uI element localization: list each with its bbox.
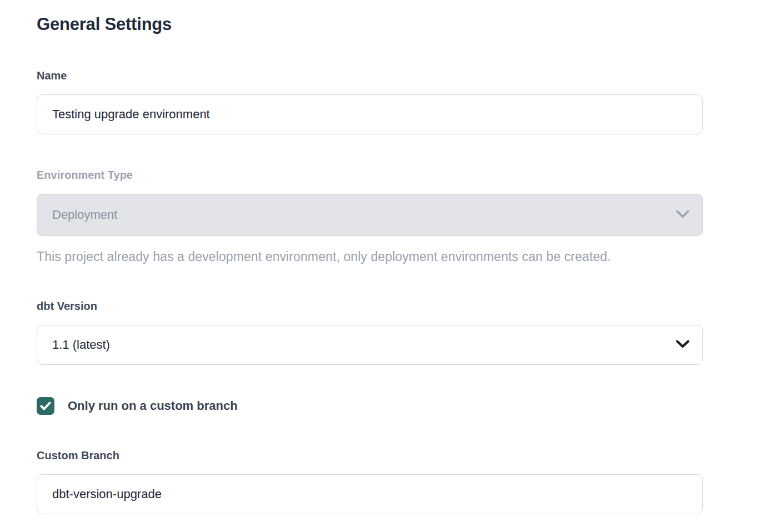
environment-type-selected-value: Deployment — [52, 208, 117, 222]
environment-type-field-group: Environment Type Deployment This project… — [37, 169, 744, 264]
dbt-version-label: dbt Version — [37, 300, 744, 313]
name-field-group: Name — [37, 69, 744, 134]
page-title: General Settings — [37, 14, 744, 34]
environment-type-label: Environment Type — [37, 169, 744, 182]
environment-type-select: Deployment — [37, 194, 703, 236]
dbt-version-selected-value: 1.1 (latest) — [52, 338, 110, 352]
chevron-down-icon — [675, 208, 690, 222]
dbt-version-field-group: dbt Version 1.1 (latest) — [37, 300, 744, 365]
dbt-version-select[interactable]: 1.1 (latest) — [37, 325, 703, 365]
custom-branch-checkbox-label[interactable]: Only run on a custom branch — [68, 399, 238, 413]
custom-branch-label: Custom Branch — [37, 449, 744, 462]
name-input[interactable] — [37, 94, 703, 134]
chevron-down-icon — [675, 338, 690, 352]
general-settings-page: General Settings Name Environment Type D… — [0, 0, 781, 514]
custom-branch-input[interactable] — [37, 474, 703, 514]
custom-branch-checkbox[interactable] — [37, 397, 54, 415]
custom-branch-checkbox-row: Only run on a custom branch — [37, 397, 744, 415]
environment-type-helper-text: This project already has a development e… — [37, 249, 744, 264]
custom-branch-field-group: Custom Branch — [37, 449, 744, 514]
name-label: Name — [37, 69, 744, 82]
checkmark-icon — [40, 401, 51, 410]
